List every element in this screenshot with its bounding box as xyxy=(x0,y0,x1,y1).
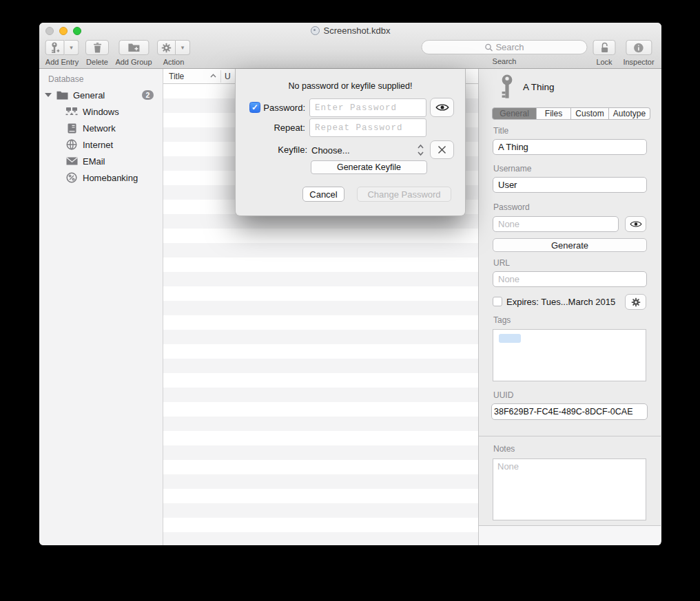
show-password-button[interactable] xyxy=(430,98,454,117)
column-header-title[interactable]: Title xyxy=(169,72,184,81)
toolbar-label: Add Entry xyxy=(45,58,79,66)
entry-count-badge: 2 xyxy=(142,90,154,100)
key-icon xyxy=(500,74,515,99)
keyfile-selected-value: Choose... xyxy=(311,145,350,156)
notes-field[interactable] xyxy=(493,458,646,520)
url-field[interactable] xyxy=(493,271,647,287)
sidebar-item-windows[interactable]: Windows xyxy=(39,103,163,120)
show-password-button[interactable] xyxy=(625,216,646,232)
password-label: Password: xyxy=(247,103,305,113)
folder-icon xyxy=(56,91,68,100)
entry-title: A Thing xyxy=(523,82,555,92)
add-entry-dropdown-button[interactable]: ▾ xyxy=(65,40,79,55)
add-entry-button[interactable] xyxy=(45,40,65,55)
sidebar: Database General 2 Windows xyxy=(39,69,163,545)
search-placeholder: Search xyxy=(495,42,524,52)
key-plus-icon xyxy=(50,42,59,54)
tags-field[interactable] xyxy=(493,329,646,381)
sidebar-item-internet[interactable]: Internet xyxy=(39,136,163,153)
password-label: Password xyxy=(493,202,530,212)
username-label: Username xyxy=(493,164,531,173)
action-button[interactable] xyxy=(157,40,176,55)
sidebar-item-general[interactable]: General 2 xyxy=(39,87,163,103)
repeat-label: Repeat: xyxy=(247,123,305,133)
expires-settings-button[interactable] xyxy=(625,294,646,310)
dialog-message: No password or keyfile supplied! xyxy=(236,81,465,91)
sidebar-item-label: EMail xyxy=(83,156,105,167)
inspector-tabs: General Files Custom Autotype xyxy=(492,107,650,120)
toolbar-item-search: Search Search xyxy=(422,40,588,65)
chevron-down-icon: ▾ xyxy=(70,44,73,51)
toolbar-item-add-entry: ▾ Add Entry xyxy=(45,40,79,66)
app-window: Screenshot.kdbx ▾ Add Entry xyxy=(39,23,661,545)
folder-plus-icon xyxy=(127,43,140,52)
tab-custom[interactable]: Custom xyxy=(571,107,609,120)
toolbar-item-inspector: Inspector xyxy=(623,40,654,66)
titlebar: Screenshot.kdbx xyxy=(39,23,661,38)
sidebar-item-email[interactable]: EMail xyxy=(39,153,163,169)
tags-label: Tags xyxy=(493,315,511,325)
delete-button[interactable] xyxy=(85,40,109,55)
generate-keyfile-button[interactable]: Generate Keyfile xyxy=(311,160,427,174)
close-x-icon xyxy=(438,145,446,154)
toolbar-item-action: ▾ Action xyxy=(157,40,190,66)
chevron-down-icon: ▾ xyxy=(181,44,185,51)
tab-general[interactable]: General xyxy=(492,107,537,120)
lock-button[interactable] xyxy=(593,40,616,55)
notes-label: Notes xyxy=(493,444,515,454)
eye-icon xyxy=(630,220,642,228)
unlock-icon xyxy=(599,42,609,53)
disclosure-triangle-icon[interactable] xyxy=(45,93,52,97)
expires-checkbox[interactable] xyxy=(493,297,502,306)
keyfile-popup[interactable]: Choose... xyxy=(311,141,425,159)
sidebar-item-network[interactable]: Network xyxy=(39,120,163,136)
toolbar-item-add-group: Add Group xyxy=(115,40,152,66)
sidebar-item-homebanking[interactable]: Homebanking xyxy=(39,169,163,186)
toolbar-label: Inspector xyxy=(623,58,654,66)
percent-circle-icon xyxy=(65,172,78,183)
gear-icon xyxy=(631,297,641,307)
clear-keyfile-button[interactable] xyxy=(430,140,454,159)
windows-network-icon xyxy=(65,107,78,117)
info-icon xyxy=(634,43,644,53)
change-password-dialog: No password or keyfile supplied! ✓ Passw… xyxy=(235,69,466,216)
eye-icon xyxy=(435,103,449,112)
gear-icon xyxy=(161,43,172,53)
inspector-button[interactable] xyxy=(626,40,652,55)
title-label: Title xyxy=(493,126,508,136)
popup-stepper-icon[interactable] xyxy=(417,144,424,156)
add-group-button[interactable] xyxy=(119,40,149,55)
trash-icon xyxy=(93,43,102,53)
sidebar-item-label: Network xyxy=(83,123,116,134)
toolbar-label: Delete xyxy=(86,58,108,66)
envelope-icon xyxy=(65,157,78,165)
tab-autotype[interactable]: Autotype xyxy=(609,107,650,120)
uuid-field[interactable] xyxy=(491,403,648,420)
password-input[interactable] xyxy=(309,98,426,117)
desktop-background: Screenshot.kdbx ▾ Add Entry xyxy=(0,0,700,601)
username-field[interactable] xyxy=(493,177,647,193)
sort-ascending-icon xyxy=(210,74,216,78)
action-dropdown-button[interactable]: ▾ xyxy=(176,40,190,55)
sidebar-item-label: Internet xyxy=(83,140,113,150)
change-password-button[interactable]: Change Password xyxy=(357,187,451,202)
column-header-username[interactable]: U xyxy=(225,72,231,81)
repeat-input[interactable] xyxy=(309,118,426,137)
toolbar-label: Search xyxy=(493,57,517,65)
toolbar-label: Lock xyxy=(596,58,612,66)
tag-token[interactable] xyxy=(499,334,521,343)
server-icon xyxy=(65,123,78,134)
uuid-label: UUID xyxy=(493,390,513,400)
window-title: Screenshot.kdbx xyxy=(324,25,391,36)
toolbar-label: Add Group xyxy=(115,58,152,66)
search-input[interactable]: Search xyxy=(422,40,588,54)
title-field[interactable] xyxy=(493,139,647,155)
password-field[interactable] xyxy=(493,216,619,232)
column-separator xyxy=(220,70,221,83)
url-label: URL xyxy=(493,258,510,268)
cancel-button[interactable]: Cancel xyxy=(302,187,344,202)
divider xyxy=(479,436,661,436)
globe-icon xyxy=(65,139,78,150)
generate-password-button[interactable]: Generate xyxy=(493,238,647,252)
tab-files[interactable]: Files xyxy=(537,107,571,120)
